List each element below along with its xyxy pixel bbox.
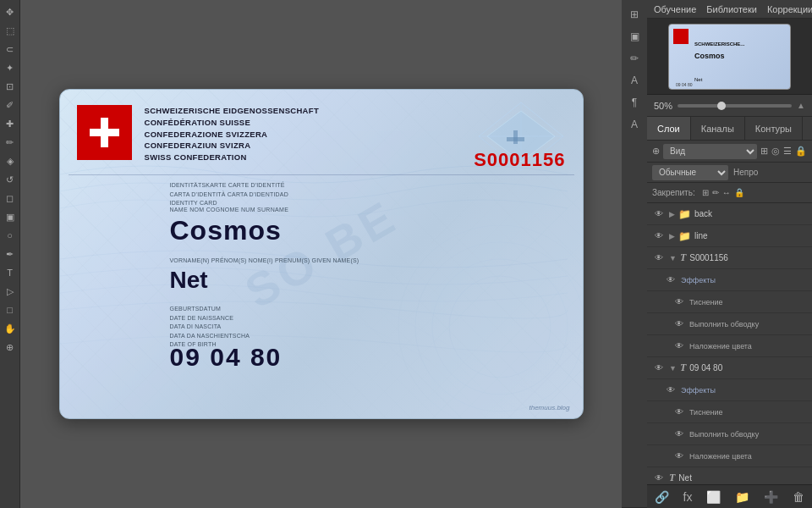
layer-item-nal-1[interactable]: 👁 Наложение цвета — [647, 335, 812, 357]
tool-stamp[interactable]: ◈ — [2, 152, 19, 169]
effect-name-tis-2: Тиснение — [689, 408, 723, 417]
tool-path[interactable]: ▷ — [2, 283, 19, 300]
layer-name-net: Net — [678, 473, 807, 483]
blend-mode-dropdown[interactable]: Обычные — [652, 165, 728, 180]
menu-bar: Обучение Библиотеки Коррекции Стили — [647, 0, 812, 19]
layer-eye-obv-1[interactable]: 👁 — [672, 318, 686, 331]
layers-list: 👁 ▶ 📁 back 👁 ▶ 📁 line 👁 ▼ T S0001156 👁 Э… — [647, 203, 812, 484]
panel-tool-3[interactable]: ✏ — [623, 49, 645, 68]
btn-add-mask[interactable]: ⬜ — [701, 490, 726, 504]
tool-select[interactable]: ⬚ — [2, 22, 19, 39]
panel-tool-2[interactable]: ▣ — [623, 27, 645, 46]
effect-name-tis-1: Тиснение — [689, 298, 723, 306]
lock-artboard[interactable]: ↔ — [722, 188, 731, 197]
lock-all[interactable]: 🔒 — [734, 188, 744, 197]
layer-item-obv-2[interactable]: 👁 Выполнить обводку — [647, 423, 812, 445]
text-icon-date: T — [680, 362, 686, 374]
zoom-icon: ▲ — [797, 101, 805, 110]
panel-tool-4[interactable]: A — [623, 71, 645, 90]
effect-name-obv-1: Выполнить обводку — [689, 320, 759, 329]
layer-eye-s0001156[interactable]: 👁 — [652, 251, 666, 265]
tool-lasso[interactable]: ⊂ — [2, 41, 19, 58]
blend-mode-row: Обычные Непро — [647, 163, 812, 183]
filter-options-2[interactable]: ◎ — [771, 146, 780, 157]
tool-dodge[interactable]: ○ — [2, 227, 19, 244]
svg-point-1 — [432, 259, 568, 395]
card-divider — [69, 174, 574, 175]
layer-eye-line[interactable]: 👁 — [652, 229, 666, 243]
filter-options-1[interactable]: ⊞ — [760, 146, 768, 157]
layer-expand-line[interactable]: ▶ — [669, 232, 675, 240]
btn-new-layer[interactable]: ➕ — [759, 490, 783, 504]
tool-gradient[interactable]: ▣ — [2, 208, 19, 225]
tab-paths[interactable]: Контуры — [745, 117, 803, 140]
tool-eyedrop[interactable]: ✐ — [2, 97, 19, 113]
layer-item-back[interactable]: 👁 ▶ 📁 back — [647, 203, 812, 225]
layer-expand-date[interactable]: ▼ — [669, 364, 677, 373]
btn-add-style[interactable]: fx — [678, 490, 698, 504]
tool-pen[interactable]: ✒ — [2, 246, 19, 262]
tool-heal[interactable]: ✚ — [2, 115, 19, 132]
layer-name-back: back — [694, 209, 807, 218]
layer-bottom-toolbar: 🔗 fx ⬜ 📁 ➕ 🗑 — [647, 484, 812, 508]
layer-eye-obv-2[interactable]: 👁 — [672, 428, 686, 441]
tab-layers[interactable]: Слои — [647, 117, 691, 140]
tool-zoom[interactable]: ⊕ — [2, 339, 19, 356]
text-icon-net: T — [669, 472, 675, 484]
svg-point-3 — [398, 225, 583, 418]
thumb-confederation-text: SCHWEIZERISCHE... — [694, 41, 744, 47]
lock-position[interactable]: ✏ — [712, 188, 719, 197]
menu-corrections[interactable]: Коррекции — [767, 4, 812, 14]
layer-eye-date[interactable]: 👁 — [652, 362, 666, 375]
btn-link-layers[interactable]: 🔗 — [650, 490, 674, 504]
lock-pixels[interactable]: ⊞ — [702, 188, 709, 197]
thumb-subtitle: Net — [694, 77, 702, 82]
layer-filter-row: ⊕ Вид ⊞ ◎ ☰ 🔒 — [647, 141, 812, 163]
btn-new-group[interactable]: 📁 — [730, 490, 754, 504]
panel-tool-6[interactable]: A — [623, 115, 645, 134]
layer-item-line[interactable]: 👁 ▶ 📁 line — [647, 225, 812, 247]
layer-eye-tis-2[interactable]: 👁 — [672, 406, 686, 419]
layer-eye-tis-1[interactable]: 👁 — [672, 295, 686, 309]
menu-libraries[interactable]: Библиотеки — [706, 4, 757, 14]
tool-history[interactable]: ↺ — [2, 171, 19, 188]
layer-eye-effects-2[interactable]: 👁 — [664, 384, 678, 397]
lock-row: Закрепить: ⊞ ✏ ↔ 🔒 — [647, 183, 812, 203]
panel-tool-1[interactable]: ⊞ — [623, 5, 645, 24]
layer-item-effects-2[interactable]: 👁 Эффекты — [647, 379, 812, 401]
tool-shape[interactable]: □ — [2, 301, 19, 318]
layer-item-nal-2[interactable]: 👁 Наложение цвета — [647, 445, 812, 467]
menu-learning[interactable]: Обучение — [654, 4, 696, 14]
layer-item-s0001156[interactable]: 👁 ▼ T S0001156 — [647, 247, 812, 269]
layer-eye-back[interactable]: 👁 — [652, 207, 666, 221]
tool-eraser[interactable]: ◻ — [2, 190, 19, 207]
filter-options-4[interactable]: 🔒 — [795, 146, 807, 157]
layer-eye-effects-1[interactable]: 👁 — [664, 273, 678, 287]
tool-brush[interactable]: ✏ — [2, 134, 19, 151]
layer-item-net[interactable]: 👁 T Net — [647, 467, 812, 484]
tool-text[interactable]: T — [2, 264, 19, 281]
tool-crop[interactable]: ⊡ — [2, 78, 19, 95]
layer-item-tis-1[interactable]: 👁 Тиснение — [647, 291, 812, 313]
zoom-slider-thumb[interactable] — [717, 102, 726, 110]
panel-tabs: Слои Каналы Контуры — [647, 117, 812, 141]
layer-filter-dropdown[interactable]: Вид — [663, 144, 757, 159]
btn-delete-layer[interactable]: 🗑 — [787, 490, 809, 504]
layer-item-obv-1[interactable]: 👁 Выполнить обводку — [647, 313, 812, 335]
layer-eye-nal-2[interactable]: 👁 — [672, 450, 686, 463]
layer-expand-s0001156[interactable]: ▼ — [669, 254, 677, 262]
layer-eye-nal-1[interactable]: 👁 — [672, 340, 686, 353]
layer-expand-back[interactable]: ▶ — [669, 210, 675, 218]
filter-options-3[interactable]: ☰ — [783, 146, 792, 157]
zoom-slider[interactable] — [678, 104, 792, 108]
layer-item-effects-1[interactable]: 👁 Эффекты — [647, 269, 812, 291]
layer-eye-net[interactable]: 👁 — [652, 472, 666, 485]
id-card: SO BE SCHWEIZERISCHE EIDGENOSSENSCHAFT C… — [59, 89, 584, 419]
tool-hand[interactable]: ✋ — [2, 320, 19, 337]
tool-magic[interactable]: ✦ — [2, 59, 19, 76]
tool-move[interactable]: ✥ — [2, 3, 19, 20]
panel-tool-5[interactable]: ¶ — [623, 93, 645, 112]
tab-channels[interactable]: Каналы — [691, 117, 745, 140]
layer-item-date[interactable]: 👁 ▼ T 09 04 80 — [647, 357, 812, 379]
layer-item-tis-2[interactable]: 👁 Тиснение — [647, 401, 812, 423]
